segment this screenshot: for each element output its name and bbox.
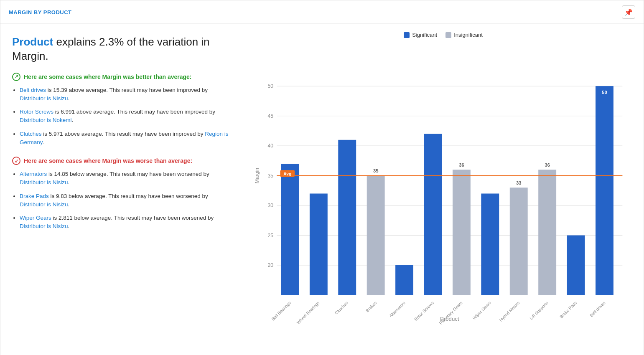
- svg-text:50: 50: [602, 90, 607, 95]
- svg-text:Rotor Screws: Rotor Screws: [413, 300, 435, 322]
- better-section-title: ↗ Here are some cases where Margin was b…: [12, 73, 234, 81]
- list-item: Rotor Screws is 6.991 above average. Thi…: [20, 108, 234, 125]
- svg-text:Alternators: Alternators: [388, 300, 406, 318]
- bar-lift-supports[interactable]: [538, 170, 556, 295]
- rotor-screws-link[interactable]: Rotor Screws: [20, 109, 53, 115]
- distributor-nisizu-link-3[interactable]: Distributor is Nisizu: [20, 201, 68, 208]
- svg-text:Belt drives: Belt drives: [589, 300, 606, 317]
- main-content: Product explains 2.3% of the variation i…: [0, 23, 644, 355]
- svg-text:Hybrid Motors: Hybrid Motors: [499, 300, 521, 322]
- svg-text:Brake Pads: Brake Pads: [559, 300, 578, 319]
- svg-text:35: 35: [373, 168, 378, 173]
- insignificant-label: Insignificant: [454, 32, 483, 38]
- svg-text:25: 25: [573, 228, 578, 233]
- bar-hybrid-motors[interactable]: [510, 188, 528, 295]
- bar-brakes[interactable]: [367, 176, 385, 295]
- bar-planetary-gears[interactable]: [453, 170, 471, 295]
- distributor-nisizu-link-1[interactable]: Distributor is Nisizu: [20, 95, 68, 101]
- chart-legend: Significant Insignificant: [251, 32, 635, 38]
- svg-text:32: 32: [488, 186, 493, 191]
- svg-text:40: 40: [267, 143, 273, 149]
- list-item: Brake Pads is 9.83 below average. This r…: [20, 192, 234, 209]
- svg-text:32: 32: [316, 186, 321, 191]
- svg-text:45: 45: [267, 113, 273, 119]
- chart-title: MARGIN BY PRODUCT: [9, 9, 72, 15]
- svg-text:Wiper Gears: Wiper Gears: [472, 300, 492, 320]
- significant-label: Significant: [412, 32, 437, 38]
- svg-text:Wheel Bearings: Wheel Bearings: [296, 300, 321, 325]
- avg-label: Avg: [283, 172, 291, 176]
- significant-color-box: [404, 32, 410, 38]
- main-container: MARGIN BY PRODUCT 📌 Product explains 2.3…: [0, 0, 644, 355]
- distributor-nisizu-link-2[interactable]: Distributor is Nisizu: [20, 179, 68, 185]
- left-panel: Product explains 2.3% of the variation i…: [0, 23, 247, 355]
- title-highlight: PRODUCT: [43, 9, 72, 15]
- bar-rotor-screws[interactable]: [424, 134, 442, 295]
- region-germany-link[interactable]: Region is Germany: [20, 131, 229, 145]
- y-axis-label: Margin: [254, 168, 260, 184]
- better-list: Belt drives is 15.39 above average. This…: [12, 86, 234, 147]
- alternators-link[interactable]: Alternators: [20, 171, 47, 177]
- brake-pads-link[interactable]: Brake Pads: [20, 193, 49, 199]
- up-arrow-icon: ↗: [12, 73, 20, 81]
- svg-text:Ball Bearings: Ball Bearings: [271, 300, 292, 321]
- svg-text:Lift Supports: Lift Supports: [529, 300, 549, 320]
- bar-wheel-bearings[interactable]: [310, 193, 328, 295]
- legend-significant: Significant: [404, 32, 437, 38]
- bar-ball-bearings[interactable]: [281, 164, 299, 295]
- svg-text:33: 33: [516, 180, 521, 185]
- svg-text:42: 42: [430, 127, 435, 132]
- worse-list: Alternators is 14.85 below average. This…: [12, 170, 234, 231]
- bar-wiper-gears[interactable]: [481, 193, 499, 295]
- better-title-text: Here are some cases where Margin was bet…: [24, 74, 192, 80]
- chart-svg: Margin 50 45 40 35: [251, 42, 635, 326]
- wiper-gears-link[interactable]: Wiper Gears: [20, 215, 51, 221]
- svg-text:36: 36: [459, 162, 464, 167]
- legend-insignificant: Insignificant: [445, 32, 483, 38]
- svg-text:Clutches: Clutches: [334, 300, 349, 315]
- svg-text:20: 20: [267, 262, 273, 268]
- svg-text:25: 25: [267, 233, 273, 238]
- list-item: Alternators is 14.85 below average. This…: [20, 170, 234, 187]
- bar-chart: Margin 50 45 40 35: [251, 42, 635, 326]
- svg-text:35: 35: [267, 173, 273, 179]
- worse-title-text: Here are some cases where Margin was wor…: [24, 157, 192, 164]
- distributor-nisizu-link-4[interactable]: Distributor is Nisizu: [20, 223, 68, 229]
- svg-text:41: 41: [345, 133, 350, 138]
- svg-text:50: 50: [267, 83, 273, 89]
- x-axis-label: Product: [440, 316, 459, 322]
- down-arrow-icon: ↙: [12, 157, 20, 165]
- svg-text:30: 30: [267, 203, 273, 208]
- bar-belt-drives[interactable]: [596, 86, 613, 295]
- bar-alternators[interactable]: [395, 265, 413, 295]
- list-item: Clutches is 5.971 above average. This re…: [20, 130, 234, 147]
- belt-drives-link[interactable]: Belt drives: [20, 87, 46, 93]
- bar-clutches[interactable]: [338, 140, 356, 295]
- insignificant-color-box: [445, 32, 451, 38]
- distributor-nokemi-link[interactable]: Distributor is Nokemi: [20, 117, 72, 123]
- svg-text:Brakes: Brakes: [365, 300, 377, 313]
- title-plain: MARGIN BY: [9, 9, 43, 15]
- svg-text:36: 36: [545, 162, 550, 167]
- header: MARGIN BY PRODUCT 📌: [0, 0, 644, 23]
- list-item: Belt drives is 15.39 above average. This…: [20, 86, 234, 103]
- pin-button[interactable]: 📌: [622, 5, 635, 19]
- svg-text:37: 37: [288, 157, 293, 162]
- clutches-link[interactable]: Clutches: [20, 131, 42, 137]
- headline: Product explains 2.3% of the variation i…: [12, 35, 234, 63]
- chart-panel: Significant Insignificant Margin: [247, 23, 644, 355]
- list-item: Wiper Gears is 2.811 below average. This…: [20, 214, 234, 231]
- headline-highlight: Product: [12, 36, 53, 48]
- worse-section-title: ↙ Here are some cases where Margin was w…: [12, 157, 234, 165]
- svg-text:20: 20: [402, 258, 407, 263]
- bar-brake-pads[interactable]: [567, 236, 585, 295]
